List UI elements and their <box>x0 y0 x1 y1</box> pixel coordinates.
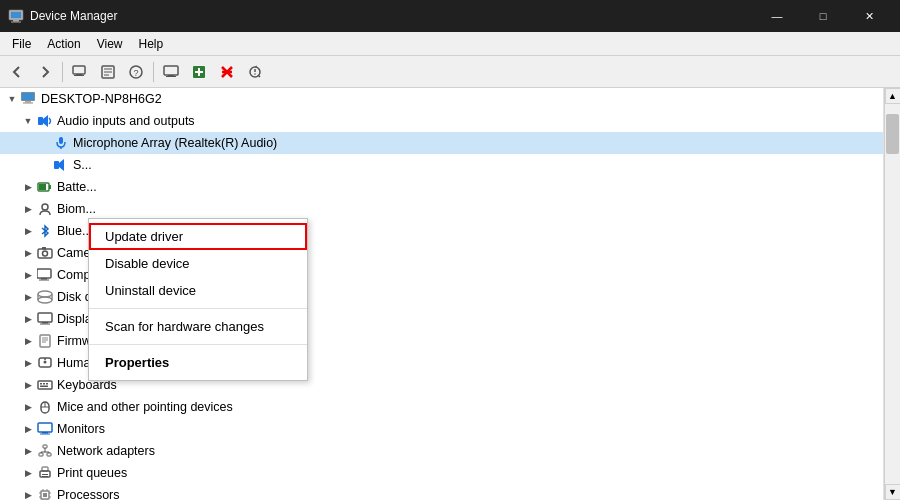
audio-label: Audio inputs and outputs <box>57 114 195 128</box>
svg-rect-45 <box>39 280 49 281</box>
mouse-toggle[interactable]: ▶ <box>20 399 36 415</box>
root-toggle[interactable]: ▼ <box>4 91 20 107</box>
hid-toggle[interactable]: ▶ <box>20 355 36 371</box>
tree-item-battery[interactable]: ▶ Batte... <box>0 176 883 198</box>
tree-item-bio[interactable]: ▶ Biom... <box>0 198 883 220</box>
svg-point-39 <box>42 204 48 210</box>
menu-view[interactable]: View <box>89 35 131 53</box>
audio-icon <box>36 112 54 130</box>
context-menu-properties[interactable]: Properties <box>89 349 307 376</box>
network-toggle[interactable]: ▶ <box>20 443 36 459</box>
tree-item-network[interactable]: ▶ Network adapters <box>0 440 883 462</box>
minimize-button[interactable]: — <box>754 0 800 32</box>
tree-item-audio[interactable]: ▼ Audio inputs and outputs <box>0 110 883 132</box>
svg-rect-1 <box>11 12 21 18</box>
toolbar-back[interactable] <box>4 59 30 85</box>
disk-icon <box>36 288 54 306</box>
scrollbar[interactable]: ▲ ▼ <box>884 88 900 500</box>
computer2-icon <box>36 266 54 284</box>
menu-file[interactable]: File <box>4 35 39 53</box>
svg-rect-68 <box>38 423 52 432</box>
context-menu-sep-1 <box>89 308 307 309</box>
bluetooth-toggle[interactable]: ▶ <box>20 223 36 239</box>
tree-item-print[interactable]: ▶ Print queues <box>0 462 883 484</box>
firmware-toggle[interactable]: ▶ <box>20 333 36 349</box>
scrollbar-track[interactable] <box>885 104 900 484</box>
battery-toggle[interactable]: ▶ <box>20 179 36 195</box>
svg-point-58 <box>44 361 47 364</box>
title-bar-controls: — □ ✕ <box>754 0 892 32</box>
bio-toggle[interactable]: ▶ <box>20 201 36 217</box>
context-menu-update-driver[interactable]: Update driver <box>89 223 307 250</box>
svg-rect-53 <box>40 335 50 347</box>
display-icon <box>36 310 54 328</box>
toolbar: ? <box>0 56 900 88</box>
mic-label: Microphone Array (Realtek(R) Audio) <box>73 136 277 150</box>
keyboard-toggle[interactable]: ▶ <box>20 377 36 393</box>
audio-toggle[interactable]: ▼ <box>20 113 36 129</box>
maximize-button[interactable]: □ <box>800 0 846 32</box>
scrollbar-up[interactable]: ▲ <box>885 88 901 104</box>
speaker-label: S... <box>73 158 92 172</box>
display-toggle[interactable]: ▶ <box>20 311 36 327</box>
toolbar-sep-2 <box>153 62 154 82</box>
mic-toggle <box>36 135 52 151</box>
disk-toggle[interactable]: ▶ <box>20 289 36 305</box>
processor-toggle[interactable]: ▶ <box>20 487 36 500</box>
context-menu-disable-device[interactable]: Disable device <box>89 250 307 277</box>
menu-action[interactable]: Action <box>39 35 88 53</box>
tree-item-processor[interactable]: ▶ Processors <box>0 484 883 500</box>
tree-item-monitor[interactable]: ▶ Monitors <box>0 418 883 440</box>
mouse-icon <box>36 398 54 416</box>
monitor-icon <box>36 420 54 438</box>
print-label: Print queues <box>57 466 127 480</box>
processor-icon <box>36 486 54 500</box>
svg-point-41 <box>43 251 48 256</box>
network-label: Network adapters <box>57 444 155 458</box>
toolbar-help[interactable]: ? <box>123 59 149 85</box>
camera-icon <box>36 244 54 262</box>
computer-toggle[interactable]: ▶ <box>20 267 36 283</box>
toolbar-scan[interactable] <box>242 59 268 85</box>
toolbar-monitor[interactable] <box>158 59 184 85</box>
tree-item-mic[interactable]: Microphone Array (Realtek(R) Audio) <box>0 132 883 154</box>
computer-icon <box>20 90 38 108</box>
toolbar-properties[interactable] <box>95 59 121 85</box>
svg-point-46 <box>38 297 52 303</box>
toolbar-remove[interactable] <box>214 59 240 85</box>
tree-item-mouse[interactable]: ▶ Mice and other pointing devices <box>0 396 883 418</box>
camera-toggle[interactable]: ▶ <box>20 245 36 261</box>
monitor-label: Monitors <box>57 422 105 436</box>
toolbar-add[interactable] <box>186 59 212 85</box>
close-button[interactable]: ✕ <box>846 0 892 32</box>
monitor-toggle[interactable]: ▶ <box>20 421 36 437</box>
tree-panel[interactable]: ▼ DESKTOP-NP8H6G2 ▼ Audio inputs and out… <box>0 88 884 500</box>
print-toggle[interactable]: ▶ <box>20 465 36 481</box>
toolbar-sep-1 <box>62 62 63 82</box>
context-menu-scan-hardware[interactable]: Scan for hardware changes <box>89 313 307 340</box>
svg-rect-38 <box>39 184 46 190</box>
svg-rect-27 <box>22 93 34 100</box>
svg-rect-4 <box>73 66 85 74</box>
svg-point-24 <box>254 73 256 75</box>
svg-rect-50 <box>38 313 52 322</box>
svg-rect-42 <box>42 247 46 250</box>
tree-item-speaker[interactable]: S... <box>0 154 883 176</box>
svg-rect-80 <box>42 474 48 475</box>
battery-icon <box>36 178 54 196</box>
svg-rect-71 <box>43 445 47 448</box>
scrollbar-thumb[interactable] <box>886 114 899 154</box>
scrollbar-down[interactable]: ▼ <box>885 484 901 500</box>
toolbar-computer[interactable] <box>67 59 93 85</box>
tree-root[interactable]: ▼ DESKTOP-NP8H6G2 <box>0 88 883 110</box>
toolbar-forward[interactable] <box>32 59 58 85</box>
context-menu-uninstall-device[interactable]: Uninstall device <box>89 277 307 304</box>
svg-rect-43 <box>37 269 51 278</box>
bio-icon <box>36 200 54 218</box>
battery-label: Batte... <box>57 180 97 194</box>
svg-rect-62 <box>43 383 45 385</box>
svg-marker-35 <box>59 159 64 171</box>
svg-marker-31 <box>43 115 48 127</box>
svg-rect-2 <box>13 20 19 22</box>
menu-help[interactable]: Help <box>131 35 172 53</box>
